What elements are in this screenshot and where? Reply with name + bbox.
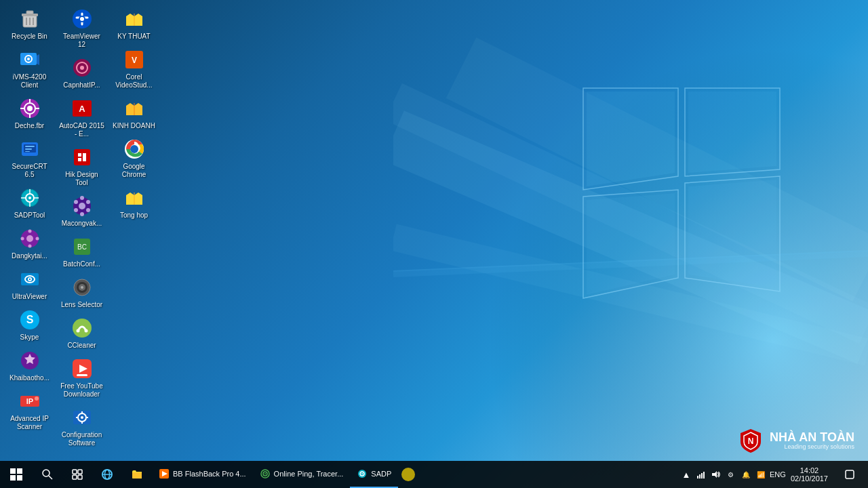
macongvak-icon bbox=[70, 194, 94, 218]
icon-ccleaner[interactable]: CCleaner bbox=[56, 313, 107, 352]
tray-icon-1[interactable]: ⚙ bbox=[725, 468, 737, 481]
icon-recycle-bin[interactable]: Recycle Bin bbox=[4, 4, 55, 43]
svg-marker-128 bbox=[712, 471, 717, 478]
icon-ultraviewer[interactable]: UltraViewer bbox=[4, 264, 55, 304]
teamviewer-icon bbox=[70, 7, 94, 31]
advancedip-label: Advanced IP Scanner bbox=[7, 415, 52, 431]
icon-kinhdoanh[interactable]: KINH DOANH bbox=[108, 94, 159, 133]
svg-line-2 bbox=[393, 102, 868, 325]
internet-explorer-icon bbox=[101, 468, 113, 481]
icon-sadptool[interactable]: SADPTool bbox=[4, 183, 55, 222]
icon-tonghop[interactable]: Tong hop bbox=[108, 183, 159, 222]
language-indicator[interactable]: ENG bbox=[772, 468, 784, 481]
network-icon[interactable] bbox=[695, 468, 707, 481]
svg-line-13 bbox=[393, 251, 868, 271]
icon-configsw[interactable]: Configuration Software bbox=[56, 403, 107, 450]
show-hidden-icons-button[interactable]: ▲ bbox=[680, 468, 692, 481]
freeyoutube-icon bbox=[70, 357, 94, 381]
khaibaotho-label: Khaibaotho... bbox=[9, 374, 50, 382]
taskbar-app-bbflashback[interactable]: BB FlashBack Pro 4... bbox=[152, 461, 253, 488]
system-tray: ▲ ⚙ 🔔 📶 bbox=[677, 461, 770, 488]
file-explorer-button[interactable] bbox=[122, 461, 152, 488]
svg-point-71 bbox=[80, 196, 84, 200]
taskbar-app-bbflashback-label: BB FlashBack Pro 4... bbox=[173, 470, 246, 478]
tray-icon-2[interactable]: 🔔 bbox=[740, 468, 752, 481]
svg-rect-36 bbox=[25, 151, 30, 152]
icon-corel[interactable]: V Corel VideoStud... bbox=[108, 45, 159, 92]
skype-label: Skype bbox=[20, 333, 39, 342]
capnhatip-icon bbox=[70, 56, 94, 80]
brand-logo: N NHÀ AN TOÀN Leading security solutions bbox=[737, 427, 854, 454]
icon-teamviewer[interactable]: TeamViewer 12 bbox=[56, 4, 107, 52]
svg-point-47 bbox=[28, 245, 31, 248]
icon-hikdesign[interactable]: Hik Design Tool bbox=[56, 142, 107, 190]
svg-marker-12 bbox=[688, 180, 776, 288]
ivms-label: iVMS-4200 Client bbox=[7, 73, 52, 89]
svg-marker-9 bbox=[587, 92, 675, 186]
svg-point-82 bbox=[81, 286, 83, 289]
icon-ivms[interactable]: iVMS-4200 Client bbox=[4, 45, 55, 92]
taskbar-app-sadp[interactable]: SADP bbox=[350, 461, 398, 488]
svg-rect-127 bbox=[703, 472, 705, 479]
dangkytai-icon bbox=[18, 226, 42, 251]
svg-marker-11 bbox=[587, 193, 675, 295]
speaker-icon bbox=[711, 470, 721, 479]
ie-pinned-button[interactable] bbox=[92, 461, 122, 488]
search-icon bbox=[42, 469, 53, 480]
icon-dechefbr[interactable]: Deche.fbr bbox=[4, 94, 55, 133]
icon-macongvak[interactable]: Macongvak... bbox=[56, 191, 107, 230]
teamviewer-label: TeamViewer 12 bbox=[59, 33, 104, 49]
windows-logo-icon bbox=[10, 468, 22, 481]
icon-batchconf[interactable]: BC BatchConf... bbox=[56, 232, 107, 271]
svg-marker-6 bbox=[685, 88, 780, 176]
svg-text:BC: BC bbox=[77, 243, 87, 251]
icon-freeyoutube[interactable]: Free YouTube Downloader bbox=[56, 354, 107, 401]
svg-marker-22 bbox=[37, 54, 39, 65]
macongvak-label: Macongvak... bbox=[62, 220, 102, 228]
svg-rect-108 bbox=[73, 470, 77, 474]
icon-lensselect[interactable]: Lens Selector bbox=[56, 272, 107, 312]
svg-point-65 bbox=[80, 66, 84, 70]
icon-khaibaotho[interactable]: Khaibaotho... bbox=[4, 346, 55, 385]
brand-shield-icon: N bbox=[737, 427, 764, 454]
onlping-icon bbox=[260, 468, 271, 479]
tray-icon-3[interactable]: 📶 bbox=[755, 468, 767, 481]
configsw-label: Configuration Software bbox=[59, 431, 104, 447]
svg-point-100 bbox=[132, 146, 137, 152]
svg-rect-103 bbox=[17, 468, 22, 474]
svg-point-73 bbox=[86, 208, 90, 212]
svg-point-62 bbox=[80, 17, 84, 21]
start-button[interactable] bbox=[0, 461, 33, 488]
svg-text:IP: IP bbox=[26, 397, 33, 405]
icon-kythuat[interactable]: KY THUAT bbox=[108, 4, 159, 43]
icon-capnhatip[interactable]: CapnhatIP... bbox=[56, 53, 107, 92]
icon-securecrt[interactable]: SecureCRT 6.5 bbox=[4, 134, 55, 182]
svg-point-84 bbox=[76, 329, 79, 333]
svg-point-70 bbox=[79, 203, 85, 209]
skype-icon: S bbox=[18, 308, 42, 332]
svg-point-74 bbox=[80, 212, 84, 216]
brand-name: NHÀ AN TOÀN bbox=[770, 431, 854, 443]
notification-button[interactable] bbox=[835, 461, 865, 488]
autocad-label: AutoCAD 2015 - E... bbox=[59, 122, 104, 138]
taskbar-app-onlping[interactable]: Online Ping, Tracer... bbox=[253, 461, 351, 488]
icon-dangkytai[interactable]: Dangkytai... bbox=[4, 224, 55, 263]
icon-advancedip[interactable]: IP Advanced IP Scanner bbox=[4, 386, 55, 434]
bbflashback-icon bbox=[159, 468, 170, 479]
ultraviewer-icon bbox=[18, 267, 42, 291]
icon-skype[interactable]: S Skype bbox=[4, 305, 55, 344]
task-view-button[interactable] bbox=[62, 461, 92, 488]
clock[interactable]: 14:02 02/10/2017 bbox=[785, 461, 833, 488]
search-button[interactable] bbox=[33, 461, 62, 488]
volume-icon[interactable] bbox=[710, 468, 722, 481]
svg-rect-109 bbox=[78, 470, 82, 474]
kinhdoanh-label: KINH DOANH bbox=[113, 122, 155, 130]
taskbar-app-sadp-label: SADP bbox=[371, 470, 391, 478]
svg-point-45 bbox=[26, 235, 33, 242]
icon-chrome[interactable]: Google Chrome bbox=[108, 134, 159, 182]
clock-date: 02/10/2017 bbox=[791, 474, 828, 483]
capnhatip-label: CapnhatIP... bbox=[63, 81, 100, 89]
recycle-bin-icon bbox=[18, 7, 42, 31]
icon-autocad[interactable]: A AutoCAD 2015 - E... bbox=[56, 94, 107, 141]
sadptool-icon bbox=[18, 186, 42, 210]
